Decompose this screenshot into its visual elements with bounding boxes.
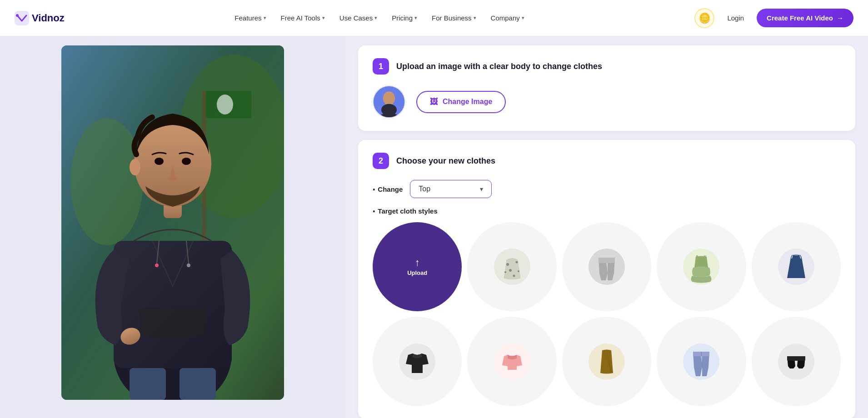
cloth-navy-top[interactable] — [752, 222, 841, 311]
svg-point-7 — [217, 95, 233, 114]
main-nav: Features ▾ Free AI Tools ▾ Use Cases ▾ P… — [228, 10, 530, 25]
green-dress-img — [683, 249, 719, 285]
nav-free-ai-tools[interactable]: Free AI Tools ▾ — [274, 10, 331, 25]
svg-point-24 — [381, 104, 397, 116]
step1-body: 🖼 Change Image — [373, 85, 841, 118]
step2-badge: 2 — [373, 153, 389, 169]
logo-icon — [15, 11, 29, 25]
svg-point-18 — [130, 159, 140, 175]
pink-top-img — [494, 343, 530, 380]
svg-point-12 — [155, 264, 159, 267]
avatar-image — [374, 86, 404, 117]
change-image-button[interactable]: 🖼 Change Image — [416, 91, 506, 113]
nav-features[interactable]: Features ▾ — [228, 10, 272, 25]
step2-header: 2 Choose your new clothes — [373, 153, 841, 169]
step1-badge: 1 — [373, 58, 389, 75]
upload-icon: ↑ — [415, 258, 420, 268]
cloth-grey-pants[interactable] — [562, 222, 651, 311]
avatar — [373, 85, 405, 118]
svg-point-29 — [518, 270, 519, 272]
svg-point-28 — [509, 269, 512, 272]
svg-point-13 — [187, 264, 190, 267]
cloth-black-shorts[interactable] — [752, 317, 841, 406]
step1-header: 1 Upload an image with a clear body to c… — [373, 58, 841, 75]
svg-point-26 — [506, 263, 509, 266]
nav-pricing[interactable]: Pricing ▾ — [385, 10, 424, 25]
svg-point-23 — [383, 91, 395, 105]
navy-top-img — [778, 249, 814, 285]
svg-point-30 — [504, 271, 506, 273]
clothes-grid: ↑ Upload — [373, 222, 841, 406]
step2-title: Choose your new clothes — [396, 156, 495, 166]
image-icon: 🖼 — [430, 97, 438, 107]
header: Vidnoz Features ▾ Free AI Tools ▾ Use Ca… — [0, 0, 868, 36]
cloth-pink-top[interactable] — [467, 317, 556, 406]
chevron-down-icon: ▾ — [474, 15, 476, 21]
chevron-down-icon: ▾ — [374, 15, 377, 21]
chevron-down-icon: ▾ — [414, 15, 417, 21]
main-content: 1 Upload an image with a clear body to c… — [0, 36, 868, 418]
cloth-green-dress[interactable] — [657, 222, 746, 311]
left-panel — [0, 36, 345, 418]
logo-label: Vidnoz — [32, 12, 65, 24]
svg-point-1 — [16, 14, 19, 17]
person-illustration — [61, 45, 284, 400]
login-button[interactable]: Login — [722, 10, 749, 25]
logo[interactable]: Vidnoz — [15, 11, 65, 25]
upload-label: Upload — [407, 269, 427, 276]
cloth-black-tee[interactable] — [373, 317, 462, 406]
change-row: Change Top ▾ — [373, 180, 841, 198]
preview-image — [61, 45, 284, 400]
target-cloth-label: Target cloth styles — [373, 207, 841, 215]
nav-use-cases[interactable]: Use Cases ▾ — [333, 10, 384, 25]
chevron-down-icon: ▾ — [322, 15, 325, 21]
svg-rect-33 — [599, 258, 615, 263]
step1-card: 1 Upload an image with a clear body to c… — [358, 45, 855, 131]
step1-title: Upload an image with a clear body to cha… — [396, 62, 602, 71]
grey-pants-img — [589, 249, 625, 285]
nav-for-business[interactable]: For Business ▾ — [425, 10, 483, 25]
svg-point-50 — [778, 343, 814, 380]
right-panel: 1 Upload an image with a clear body to c… — [345, 36, 868, 418]
svg-point-31 — [513, 275, 515, 277]
arrow-icon: → — [837, 14, 843, 22]
svg-rect-0 — [15, 11, 29, 25]
floral-skirt-img — [494, 249, 530, 285]
svg-rect-20 — [130, 368, 166, 400]
svg-point-27 — [515, 261, 518, 264]
nav-company[interactable]: Company ▾ — [484, 10, 531, 25]
header-right: 🪙 Login Create Free AI Video → — [694, 8, 853, 28]
brown-dress-img — [589, 343, 625, 380]
cta-button[interactable]: Create Free AI Video → — [757, 9, 853, 27]
upload-cloth-button[interactable]: ↑ Upload — [373, 222, 462, 311]
svg-point-4 — [70, 118, 143, 245]
cloth-brown-dress[interactable] — [562, 317, 651, 406]
dropdown-value: Top — [419, 185, 430, 193]
svg-rect-51 — [787, 356, 805, 361]
step2-card: 2 Choose your new clothes Change Top ▾ T… — [358, 140, 855, 418]
chevron-down-icon: ▾ — [480, 185, 483, 193]
svg-rect-21 — [180, 368, 216, 400]
svg-rect-9 — [114, 241, 232, 368]
black-shorts-img — [778, 343, 814, 380]
cloth-blue-jeans[interactable] — [657, 317, 746, 406]
cloth-type-dropdown[interactable]: Top ▾ — [410, 180, 492, 198]
coin-badge[interactable]: 🪙 — [694, 8, 714, 28]
black-tee-img — [399, 343, 435, 380]
svg-point-16 — [155, 158, 164, 165]
blue-jeans-img — [683, 343, 719, 380]
chevron-down-icon: ▾ — [264, 15, 266, 21]
svg-point-17 — [182, 158, 191, 165]
cloth-floral-skirt[interactable] — [467, 222, 556, 311]
preview-image-wrap — [61, 45, 284, 400]
change-label: Change — [373, 185, 403, 193]
chevron-down-icon: ▾ — [522, 15, 524, 21]
